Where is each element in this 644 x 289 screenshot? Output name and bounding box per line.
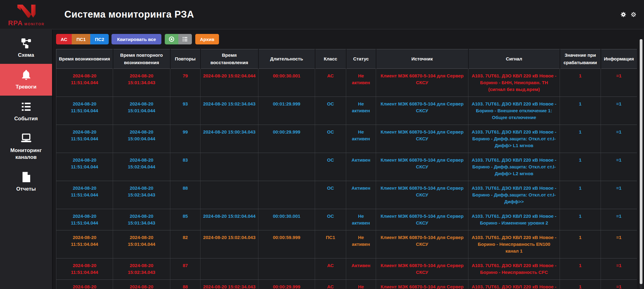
vertical-scrollbar[interactable] <box>640 39 642 289</box>
alarm-cell: А103. 7UT61. ДЗО КВЛ 220 кВ Новое - Бори… <box>468 69 560 97</box>
column-header[interactable]: Время повторного возникновения <box>113 49 170 69</box>
alarm-cell: 1 <box>560 153 601 181</box>
alarm-cell: =1 <box>601 280 637 289</box>
column-header[interactable]: Повторы <box>170 49 200 69</box>
alarm-cell: А103. 7UT61. ДЗО КВЛ 220 кВ Новое - Бори… <box>468 280 560 289</box>
alarm-cell: =1 <box>601 230 637 258</box>
alarm-cell: 2024-08-20 15:02:04.044 <box>113 280 170 289</box>
alarm-cell: 1 <box>560 209 601 230</box>
alarm-cell: 1 <box>560 181 601 209</box>
alarm-cell: 88 <box>170 280 200 289</box>
eye-icon <box>168 36 175 43</box>
alarm-cell: =1 <box>601 181 637 209</box>
column-header[interactable]: Значение при срабатывании <box>560 49 601 69</box>
alarm-cell: 88 <box>170 181 200 209</box>
column-header[interactable]: Класс <box>315 49 346 69</box>
alarm-cell: Не активен <box>346 125 376 153</box>
alarm-cell: 2024-08-20 11:51:04.044 <box>56 153 113 181</box>
sidebar-item-label: События <box>14 115 38 122</box>
column-header[interactable]: Сигнал <box>468 49 560 69</box>
alarm-cell <box>258 181 315 209</box>
alarm-cell: А103. 7UT61. ДЗО КВЛ 220 кВ Новое - Бори… <box>468 125 560 153</box>
sidebar: Схема Тревоги События Мониторинг каналов <box>0 30 53 289</box>
alarm-cell: =1 <box>601 258 637 280</box>
sidebar-item-alarms[interactable]: Тревоги <box>0 64 52 96</box>
alarm-cell: А103. 7UT61. ДЗО КВЛ 220 кВ Новое - Бори… <box>468 258 560 280</box>
column-header[interactable]: Время восстановления <box>200 49 258 69</box>
alarm-row[interactable]: 2024-08-20 11:51:04.0442024-08-20 15:00:… <box>56 125 637 153</box>
alarm-table-body: 2024-08-20 11:51:04.0442024-08-20 15:01:… <box>56 69 637 289</box>
alarm-row[interactable]: 2024-08-20 11:51:04.0442024-08-20 15:02:… <box>56 280 637 289</box>
toolbar: АС ПС1 ПС2 Квитировать все <box>56 34 644 44</box>
alarm-row[interactable]: 2024-08-20 11:51:04.0442024-08-20 15:02:… <box>56 153 637 181</box>
alarm-cell: 2024-08-20 15:02:04.044 <box>200 69 258 97</box>
sidebar-item-scheme[interactable]: Схема <box>0 32 52 64</box>
alarm-row[interactable]: 2024-08-20 11:51:04.0442024-08-20 15:02:… <box>56 181 637 209</box>
alarm-cell: 2024-08-20 11:51:04.044 <box>56 258 113 280</box>
alarm-cell: Не активен <box>346 97 376 125</box>
page-title: Система мониторинга РЗА <box>64 9 194 20</box>
settings-gear-filled-icon[interactable] <box>620 11 626 18</box>
alarm-cell: ОС <box>315 209 346 230</box>
filter-ps1-button[interactable]: ПС1 <box>72 34 90 44</box>
alarm-cell: ПС1 <box>315 230 346 258</box>
alarm-cell: =1 <box>601 97 637 125</box>
app-header: RPA MONITOR Система мониторинга РЗА <box>0 0 644 29</box>
alarm-cell: А103. 7UT61. ДЗО КВЛ 220 кВ Новое - Бори… <box>468 209 560 230</box>
sidebar-item-label: Тревоги <box>16 84 37 90</box>
alarm-cell: 00:00:29.999 <box>258 125 315 153</box>
alarm-cell: Активен <box>346 181 376 209</box>
app-logo: RPA MONITOR <box>0 2 53 27</box>
list-view-button[interactable] <box>178 34 192 44</box>
alarm-cell: =1 <box>601 153 637 181</box>
alarm-cell: =1 <box>601 209 637 230</box>
alarm-row[interactable]: 2024-08-20 11:51:04.0442024-08-20 15:02:… <box>56 258 637 280</box>
alarm-cell: 87 <box>170 258 200 280</box>
view-toggle-group <box>161 34 192 44</box>
alarm-cell: 2024-08-20 15:02:34.043 <box>113 258 170 280</box>
sidebar-item-events[interactable]: События <box>0 96 52 127</box>
alarm-cell: 79 <box>170 69 200 97</box>
list-icon <box>20 101 32 113</box>
column-header[interactable]: Длительность <box>258 49 315 69</box>
alarm-cell: АС <box>315 258 346 280</box>
column-header[interactable]: Время возникновения <box>56 49 113 69</box>
archive-button[interactable]: Архив <box>195 34 219 44</box>
alarm-cell: 2024-08-20 15:00:34.043 <box>200 125 258 153</box>
logo-brand: RPA <box>8 19 23 27</box>
alarm-cell: АС <box>315 69 346 97</box>
alarm-row[interactable]: 2024-08-20 11:51:04.0442024-08-20 15:01:… <box>56 209 637 230</box>
alarm-cell: 2024-08-20 15:02:04.043 <box>200 230 258 258</box>
filter-ac-button[interactable]: АС <box>56 34 72 44</box>
alarm-cell: 2024-08-20 11:51:04.044 <box>56 230 113 258</box>
alarm-cell: 2024-08-20 15:02:04.044 <box>113 153 170 181</box>
logo-sub: MONITOR <box>24 22 45 26</box>
column-header[interactable]: Статус <box>346 49 376 69</box>
alarm-cell: А103. 7UT61. ДЗО КВЛ 220 кВ Новое - Бори… <box>468 230 560 258</box>
alarm-cell: 1 <box>560 97 601 125</box>
filter-ps2-button[interactable]: ПС2 <box>90 34 109 44</box>
alarm-row[interactable]: 2024-08-20 11:51:04.0442024-08-20 15:01:… <box>56 230 637 258</box>
alarm-row[interactable]: 2024-08-20 11:51:04.0442024-08-20 15:01:… <box>56 97 637 125</box>
alarm-cell: 93 <box>170 97 200 125</box>
column-header[interactable]: Информация <box>601 49 637 69</box>
bell-icon <box>20 69 32 81</box>
alarm-table: Время возникновенияВремя повторного возн… <box>56 49 637 289</box>
alarm-cell: 2024-08-20 15:02:34.043 <box>200 97 258 125</box>
settings-gear-outline-icon[interactable] <box>630 11 637 18</box>
acknowledge-all-button[interactable]: Квитировать все <box>111 34 161 44</box>
alarm-cell: ОС <box>315 181 346 209</box>
eye-view-button[interactable] <box>165 34 178 44</box>
scrollbar-thumb[interactable] <box>640 39 642 284</box>
alarm-cell: АС <box>315 280 346 289</box>
alarm-cell: 2024-08-20 15:00:04.044 <box>113 125 170 153</box>
alarm-cell <box>258 153 315 181</box>
logo-icon <box>14 4 38 19</box>
sidebar-item-reports[interactable]: Отчеты <box>0 166 52 198</box>
alarm-row[interactable]: 2024-08-20 11:51:04.0442024-08-20 15:01:… <box>56 69 637 97</box>
alarm-cell: А103. 7UT61. ДЗО КВЛ 220 кВ Новое - Бори… <box>468 97 560 125</box>
column-header[interactable]: Источник <box>376 49 468 69</box>
alarm-cell: Клиент МЭК 60870-5-104 для Сервер СКСУ <box>376 181 468 209</box>
alarm-cell: 2024-08-20 15:01:34.043 <box>113 69 170 97</box>
sidebar-item-channel-monitoring[interactable]: Мониторинг каналов <box>0 127 52 166</box>
